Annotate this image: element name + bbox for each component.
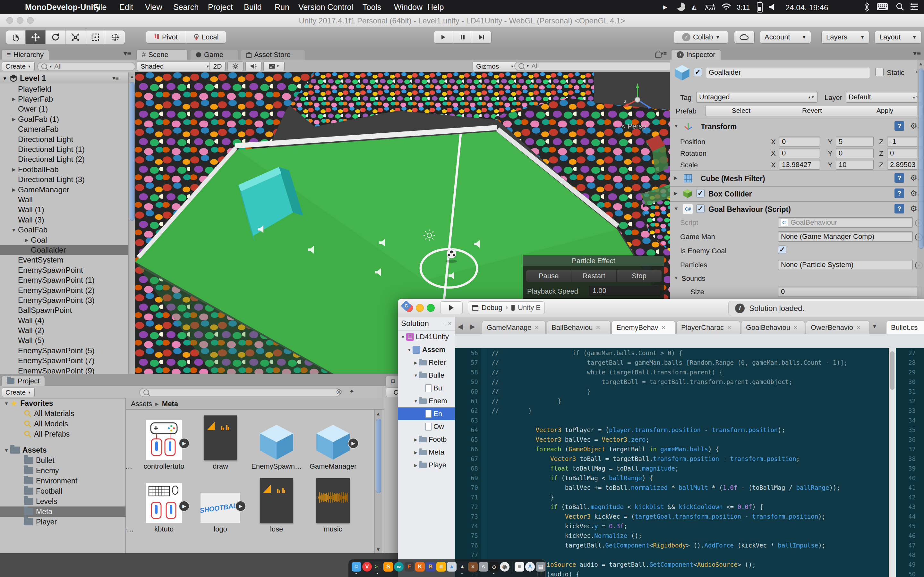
close-tab-icon[interactable]: × <box>596 324 600 332</box>
expand-asset-icon[interactable]: ▶ <box>348 438 359 449</box>
transform-tool-button[interactable] <box>105 30 125 44</box>
asset-item[interactable]: ▶ kbtuto <box>136 476 192 533</box>
expand-asset-icon[interactable]: ▶ <box>235 501 246 512</box>
asset-item[interactable]: ▶ GameManager <box>305 414 360 471</box>
hierarchy-item[interactable]: EnemySpawnPoint (2) <box>0 285 128 295</box>
foldout-icon[interactable]: ▶ <box>10 96 18 102</box>
scale-tool-button[interactable] <box>65 30 86 44</box>
shading-mode-dropdown[interactable]: Shaded▼ <box>137 61 213 71</box>
solution-item[interactable]: Ow <box>398 420 455 433</box>
gizmos-dropdown[interactable]: Gizmos▼ <box>473 61 517 71</box>
step-button[interactable] <box>472 31 491 44</box>
trash-icon[interactable]: ▤ <box>536 562 545 572</box>
transform-foldout[interactable]: ▼ <box>674 123 678 129</box>
menu-bar-clock[interactable]: 24.04. 19:46 <box>785 3 828 12</box>
project-folder-player[interactable]: Player <box>0 517 126 527</box>
project-create-button[interactable]: Create▼ <box>2 388 35 397</box>
notification-bar[interactable]: i Solution loaded. <box>728 301 924 316</box>
help-icon[interactable]: ? <box>895 121 904 131</box>
arduino-icon[interactable]: ∞ <box>394 562 404 572</box>
solution-item[interactable]: ▶Refer <box>398 356 455 369</box>
xcode-icon[interactable]: × <box>468 562 478 572</box>
hierarchy-search-input[interactable]: ▼All <box>37 62 136 71</box>
favorite-item[interactable]: All Models <box>0 419 126 429</box>
hierarchy-item[interactable]: ▶GoalFab (1) <box>0 114 128 124</box>
hierarchy-item[interactable]: ▶GameManager <box>0 185 128 195</box>
solution-item[interactable]: ▼Enem <box>398 395 455 408</box>
cyberduck-icon[interactable]: d <box>436 562 446 572</box>
dock-pad-icon[interactable]: ▫ <box>443 320 445 327</box>
favorites-label[interactable]: Favorites <box>20 399 53 408</box>
tab-game[interactable]: Game <box>190 49 238 60</box>
boxcollider-foldout[interactable]: ▶ <box>674 190 678 196</box>
gimp-icon[interactable]: ◉ <box>500 562 509 572</box>
tab-nav-left-icon[interactable]: ◀ <box>457 322 463 331</box>
hierarchy-item[interactable]: ▶PlayerFab <box>0 94 128 104</box>
editor-scrollbar[interactable] <box>889 348 896 577</box>
hierarchy-item[interactable]: Wall (1) <box>0 205 128 215</box>
favorite-item[interactable]: All Prefabs <box>0 429 126 439</box>
search-by-type-icon[interactable]: ◎ <box>336 388 342 395</box>
scene-header-row[interactable]: ▼ Level 1 ▾≡ <box>0 73 128 84</box>
is-enemy-goal-checkbox[interactable]: ✓ <box>778 245 787 254</box>
prefab-select-button[interactable]: Select <box>705 105 777 116</box>
project-folder-levels[interactable]: Levels <box>0 496 126 506</box>
asset-item[interactable]: EnemySpawn… <box>249 414 304 471</box>
menu-window[interactable]: Window <box>394 3 423 12</box>
tab-asset-store[interactable]: Asset Store <box>241 49 305 60</box>
run-button[interactable] <box>440 301 463 314</box>
breadcrumb-root[interactable]: Assets <box>131 400 152 408</box>
project-search-input[interactable] <box>139 388 340 397</box>
layout-dropdown[interactable]: Layout▼ <box>875 31 921 44</box>
solution-item[interactable]: Bu <box>398 382 455 395</box>
menu-build[interactable]: Build <box>244 3 262 12</box>
layers-dropdown[interactable]: Layers▼ <box>821 31 869 44</box>
hierarchy-item[interactable]: ▼GoalFab <box>0 225 128 235</box>
panel-menu-icon[interactable]: ▾≡ <box>124 49 131 58</box>
hierarchy-item[interactable]: ▶Goal <box>0 235 128 245</box>
transform-rotation-x[interactable]: 0 <box>779 148 820 158</box>
play-button[interactable] <box>434 31 453 44</box>
spray-icon[interactable]: s <box>479 562 488 572</box>
panel-menu-icon[interactable]: ▾≡ <box>913 49 921 58</box>
scene-lighting-button[interactable] <box>228 61 244 71</box>
prefab-revert-button[interactable]: Revert <box>776 105 848 116</box>
hierarchy-item[interactable]: Playefield <box>0 84 128 94</box>
hierarchy-item[interactable]: Ower (1) <box>0 104 128 114</box>
asset-item[interactable]: lose <box>249 476 304 533</box>
transform-rotation-y[interactable]: 0 <box>836 148 874 158</box>
hierarchy-item[interactable]: EnemySpawnPoint (7) <box>0 356 128 366</box>
foldout-icon[interactable]: ▶ <box>10 187 18 193</box>
hierarchy-item[interactable]: Directional Light (3) <box>0 175 128 185</box>
editor-tab-ballbehaviou[interactable]: BallBehaviou× <box>547 321 611 334</box>
transform-position-y[interactable]: 5 <box>836 137 874 147</box>
hierarchy-item[interactable]: CameraFab <box>0 124 128 134</box>
goalbehaviour-foldout[interactable]: ▼ <box>674 206 678 211</box>
help-icon[interactable]: ? <box>895 189 904 198</box>
meshfilter-foldout[interactable]: ▶ <box>674 175 678 181</box>
tab-overflow-icon[interactable]: ▼ <box>872 324 877 330</box>
asset-item[interactable]: music <box>305 476 360 533</box>
solution-item[interactable]: ▼Assem <box>398 343 455 356</box>
particle-pause-button[interactable]: Pause <box>526 270 572 282</box>
rect-tool-button[interactable] <box>86 30 105 44</box>
cloud-button[interactable] <box>734 31 754 44</box>
solution-item[interactable]: ▼LD41Unity <box>398 330 455 343</box>
search-by-label-icon[interactable]: ✦ <box>349 388 355 395</box>
menu-tools[interactable]: Tools <box>363 3 381 12</box>
foldout-icon[interactable]: ▼ <box>406 348 413 352</box>
project-folder-enemy[interactable]: Enemy <box>0 466 126 476</box>
terminal-icon[interactable]: >_ <box>373 562 383 572</box>
hierarchy-item[interactable]: Directional Light <box>0 134 128 144</box>
hierarchy-item[interactable]: EnemySpawnPoint (1) <box>0 275 128 285</box>
run-configuration-dropdown[interactable]: Debug › Unity E <box>468 301 545 314</box>
tab-scene[interactable]: #Scene <box>136 49 188 60</box>
static-checkbox[interactable] <box>875 68 884 76</box>
tab-inspector[interactable]: iInspector <box>671 49 721 60</box>
scene-audio-button[interactable] <box>246 61 262 71</box>
sublime-icon[interactable]: S <box>383 562 393 572</box>
editor-tab-gamemanage[interactable]: GameManage× <box>482 321 546 334</box>
menu-view[interactable]: View <box>145 3 162 12</box>
menu-edit[interactable]: Edit <box>120 3 133 12</box>
pause-button[interactable] <box>453 31 472 44</box>
